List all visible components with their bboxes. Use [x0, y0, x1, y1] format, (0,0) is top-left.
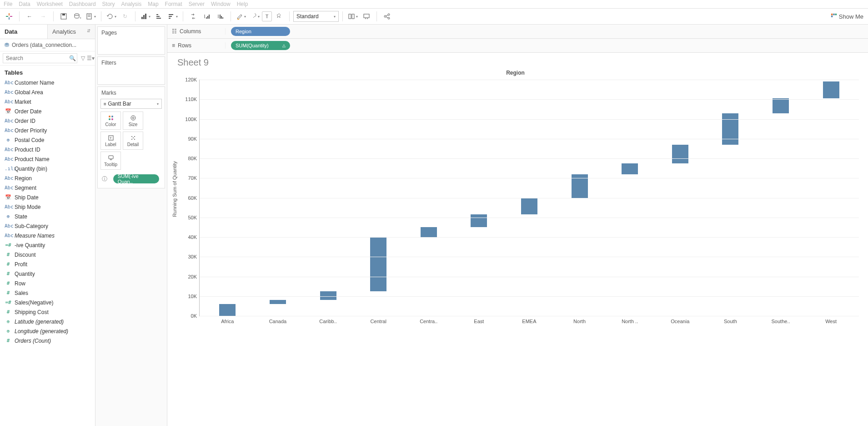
field-region[interactable]: AbcRegion	[0, 173, 95, 183]
field-order-id[interactable]: AbcOrder ID	[0, 116, 95, 126]
field-ship-date[interactable]: 📅Ship Date	[0, 193, 95, 202]
menu-window[interactable]: Window	[211, 1, 231, 7]
menu-dashboard[interactable]: Dashboard	[69, 1, 96, 7]
sheet-title[interactable]: Sheet 9	[172, 57, 859, 68]
show-cards-icon[interactable]: ▾	[346, 10, 359, 23]
mark-label[interactable]: TLabel	[100, 132, 121, 150]
field-latitude-generated-[interactable]: ⊕Latitude (generated)	[0, 317, 95, 326]
columns-pill-region[interactable]: Region	[231, 27, 290, 36]
swap-icon[interactable]: ▾	[139, 10, 152, 23]
bar-emea[interactable]	[521, 198, 537, 215]
group-icon[interactable]: ▾	[248, 10, 261, 23]
menu-format[interactable]: Format	[165, 1, 182, 7]
field-type-icon: ⊕	[5, 213, 12, 219]
field-quantity[interactable]: #Quantity	[0, 269, 95, 279]
sort-desc2-icon[interactable]	[214, 10, 227, 23]
highlight-icon[interactable]: ▾	[235, 10, 247, 23]
detail-pill[interactable]: SUM(-ive Quan..	[113, 174, 159, 183]
field-orders-count-[interactable]: #Orders (Count)	[0, 336, 95, 345]
fit-dropdown[interactable]: Standard▾	[293, 11, 339, 22]
field-segment[interactable]: AbcSegment	[0, 183, 95, 193]
bar-north[interactable]	[622, 163, 638, 174]
view-toggle-icon[interactable]: ☰▾	[87, 55, 95, 61]
search-input[interactable]	[3, 53, 77, 63]
menu-data[interactable]: Data	[19, 1, 30, 7]
new-datasource-icon[interactable]: +	[71, 10, 84, 23]
bar-east[interactable]	[471, 214, 487, 227]
menu-file[interactable]: File	[4, 1, 12, 7]
menu-analysis[interactable]: Analysis	[121, 1, 142, 7]
share-icon[interactable]	[381, 10, 393, 23]
field-product-id[interactable]: AbcProduct ID	[0, 145, 95, 154]
mark-color[interactable]: Color	[100, 112, 121, 130]
field-longitude-generated-[interactable]: ⊕Longitude (generated)	[0, 326, 95, 336]
back-icon[interactable]: ←	[23, 10, 36, 23]
label-icon[interactable]: T	[262, 11, 272, 21]
filters-shelf[interactable]: Filters	[97, 56, 165, 85]
field-global-area[interactable]: AbcGlobal Area	[0, 87, 95, 97]
bar-africa[interactable]	[219, 304, 236, 316]
mark-tooltip[interactable]: Tooltip	[100, 152, 121, 170]
rows-pill-sum-quantity[interactable]: SUM(Quantity)△	[231, 41, 290, 50]
chart-plot-area[interactable]: AfricaCanadaCaribb..CentralCentra..EastE…	[199, 80, 859, 316]
sort-asc2-icon[interactable]	[201, 10, 213, 23]
bar-caribb[interactable]	[320, 291, 336, 300]
sort-desc-icon[interactable]: ▾	[166, 10, 179, 23]
bar-oceania[interactable]	[672, 145, 688, 163]
redo-icon[interactable]: ↻	[119, 10, 131, 23]
field-ship-mode[interactable]: AbcShip Mode	[0, 202, 95, 212]
menu-map[interactable]: Map	[148, 1, 158, 7]
field-order-priority[interactable]: AbcOrder Priority	[0, 126, 95, 135]
menu-story[interactable]: Story	[102, 1, 115, 7]
show-me-button[interactable]: Show Me	[831, 13, 865, 20]
bar-centra[interactable]	[421, 227, 437, 237]
mark-detail[interactable]: Detail	[123, 132, 143, 150]
menu-server[interactable]: Server	[189, 1, 205, 7]
field-order-date[interactable]: 📅Order Date	[0, 106, 95, 116]
menu-worksheet[interactable]: Worksheet	[37, 1, 63, 7]
mark-type-dropdown[interactable]: ≡ Gantt Bar▾	[100, 99, 162, 109]
svg-rect-25	[220, 15, 221, 19]
bar-canada[interactable]	[270, 300, 286, 304]
field-product-name[interactable]: AbcProduct Name	[0, 154, 95, 164]
bar-central[interactable]	[370, 237, 386, 291]
swap-rc-icon[interactable]	[187, 10, 200, 23]
bar-west[interactable]	[823, 81, 839, 98]
field-profit[interactable]: #Profit	[0, 259, 95, 269]
bar-southe[interactable]	[773, 98, 789, 113]
field-discount[interactable]: #Discount	[0, 250, 95, 259]
undo-icon[interactable]: ▾	[105, 10, 118, 23]
field-measure-names[interactable]: AbcMeasure Names	[0, 231, 95, 240]
field-sales[interactable]: #Sales	[0, 288, 95, 298]
mark-size[interactable]: Size	[123, 112, 143, 130]
columns-shelf[interactable]: Region	[226, 25, 868, 38]
field-market[interactable]: AbcMarket	[0, 97, 95, 106]
field-shipping-cost[interactable]: #Shipping Cost	[0, 307, 95, 317]
tableau-logo-icon[interactable]	[3, 10, 15, 23]
new-worksheet-icon[interactable]: ▾	[85, 10, 97, 23]
field-row[interactable]: #Row	[0, 279, 95, 288]
save-icon[interactable]	[57, 10, 70, 23]
pages-shelf[interactable]: Pages	[97, 26, 165, 55]
tab-analytics[interactable]: Analytics⇵	[47, 25, 95, 39]
field--ive-quantity[interactable]: =#-ive Quantity	[0, 240, 95, 250]
sort-asc-icon[interactable]	[153, 10, 166, 23]
field-postal-code[interactable]: ⊕Postal Code	[0, 135, 95, 145]
field-state[interactable]: ⊕State	[0, 212, 95, 221]
pin-icon[interactable]	[273, 10, 286, 23]
menu-help[interactable]: Help	[237, 1, 248, 7]
field-customer-name[interactable]: AbcCustomer Name	[0, 78, 95, 87]
field-type-icon: #	[5, 261, 12, 267]
gridline	[200, 277, 859, 277]
field-sub-category[interactable]: AbcSub-Category	[0, 221, 95, 231]
datasource-item[interactable]: ⛃ Orders (data_connection...	[0, 39, 95, 51]
presentation-icon[interactable]	[360, 10, 373, 23]
filter-icon[interactable]: ▽	[81, 55, 85, 61]
rows-shelf[interactable]: SUM(Quantity)△	[226, 39, 868, 52]
tab-data[interactable]: Data	[0, 25, 47, 39]
svg-rect-18	[169, 16, 172, 17]
field-sales-negative-[interactable]: =#Sales(Negative)	[0, 298, 95, 307]
field-quantity-bin-[interactable]: .ılı.Quantity (bin)	[0, 164, 95, 173]
forward-icon[interactable]: →	[37, 10, 50, 23]
bar-south[interactable]	[722, 113, 738, 145]
